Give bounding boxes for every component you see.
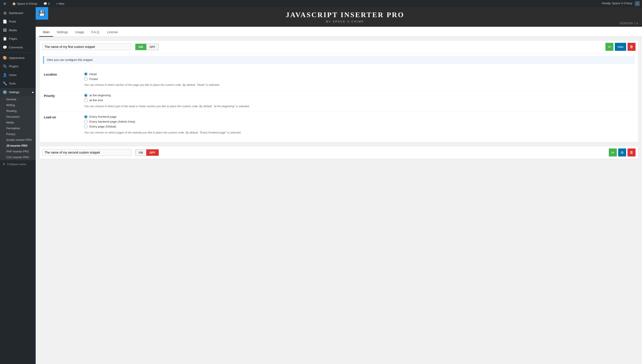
load-on-global-option[interactable]: Every page (Global)	[84, 125, 634, 128]
sidebar-item-tools[interactable]: 🔧 Tools	[0, 79, 36, 88]
location-head-radio[interactable]	[84, 72, 88, 76]
snippet-2-name-input[interactable]	[42, 149, 131, 156]
howdy-text: Howdy, Space X-Chimp	[602, 2, 632, 5]
admin-bar: ⊞ 🏠 Space X-Chimp 💬 0 + New Howdy, Space…	[0, 0, 642, 7]
comments-link[interactable]: 💬 0	[42, 0, 51, 7]
wp-logo-link[interactable]: ⊞	[2, 0, 7, 7]
new-label: + New	[56, 2, 64, 5]
sidebar-sub-scripts-inserter-pro[interactable]: Scripts Inserter PRO	[0, 137, 36, 143]
sidebar-sub-privacy[interactable]: Privacy	[0, 131, 36, 137]
sidebar-item-plugins[interactable]: 🔌 Plugins	[0, 62, 36, 71]
snippet-1-name-input[interactable]	[42, 44, 131, 50]
tab-settings[interactable]: Settings	[53, 28, 72, 37]
main-content: ON OFF ✏ Hide 🗑	[36, 37, 642, 166]
sidebar-item-dashboard[interactable]: ⊞ Dashboard	[0, 9, 36, 18]
snippet-1-toggle: ON OFF	[135, 44, 159, 50]
settings-icon: ⚙️	[3, 90, 7, 95]
snippet-2-header: ON OFF ✏ ⚙ 🗑	[40, 146, 638, 159]
tab-main[interactable]: Main	[39, 28, 53, 37]
snippet-1-delete-button[interactable]: 🗑	[628, 43, 636, 51]
location-label: Location	[44, 72, 80, 87]
priority-beginning-option[interactable]: at the beginning	[84, 94, 634, 97]
sidebar-item-label: Users	[9, 73, 16, 77]
sidebar-item-media[interactable]: 🖼 Media	[0, 26, 36, 34]
location-head-option[interactable]: Head	[84, 72, 634, 76]
new-content-link[interactable]: + New	[54, 0, 66, 7]
tab-faq[interactable]: F.A.Q.	[88, 28, 104, 37]
sidebar-sub-js-inserter-pro[interactable]: JS Inserter PRO	[0, 143, 36, 149]
location-footer-radio[interactable]	[84, 77, 88, 81]
snippet-1-actions: ✏ Hide 🗑	[606, 43, 636, 51]
posts-icon: 📄	[3, 19, 7, 24]
sidebar-sub-discussion[interactable]: Discussion	[0, 114, 36, 120]
snippet-2-edit-button[interactable]: ✏	[609, 148, 617, 156]
location-footer-option[interactable]: Footer	[84, 77, 634, 81]
load-on-content: Every frontend page Every backend page (…	[84, 115, 634, 135]
priority-content: at the beginning at the end You can choo…	[84, 94, 634, 108]
save-icon: 💾	[38, 10, 45, 16]
priority-description: You can choose in which part of the head…	[84, 104, 634, 108]
snippet-card-1: ON OFF ✏ Hide 🗑	[39, 40, 638, 142]
edit-icon: ✏	[608, 45, 611, 49]
snippet-2-toggle: ON OFF	[135, 149, 159, 156]
snippet-1-edit-button[interactable]: ✏	[606, 43, 614, 51]
tab-usage[interactable]: Usage	[72, 28, 88, 37]
sidebar-item-label: Plugins	[9, 64, 18, 68]
sidebar-sub-reading[interactable]: Reading	[0, 108, 36, 114]
sidebar: ⊞ Dashboard 📄 Posts 🖼 Media 📋 Pages 💬 Co…	[0, 7, 36, 364]
tools-icon: 🔧	[3, 81, 7, 86]
load-on-backend-radio[interactable]	[84, 120, 88, 124]
priority-end-option[interactable]: at the end	[84, 98, 634, 102]
pages-icon: 📋	[3, 36, 7, 41]
sidebar-sub-css-inserter-pro[interactable]: CSS Inserter PRO	[0, 154, 36, 160]
snippet-2-toggle-on[interactable]: ON	[135, 149, 146, 156]
load-on-frontend-option[interactable]: Every frontend page	[84, 115, 634, 118]
location-footer-label: Footer	[90, 77, 98, 81]
load-on-frontend-radio[interactable]	[84, 115, 88, 118]
wp-logo-icon: ⊞	[4, 2, 6, 5]
snippet-2-settings-button[interactable]: ⚙	[618, 148, 626, 156]
plugin-header-text: JAVASCRIPT INSERTER PRO BY SPACE X-CHIMP	[48, 7, 642, 27]
snippet-1-info: Here you can configure this snippet.	[43, 56, 635, 64]
priority-field-row: Priority at the beginning at the end You…	[44, 90, 634, 112]
priority-end-radio[interactable]	[84, 98, 88, 102]
sidebar-item-settings[interactable]: ⚙️ Settings ◀	[0, 88, 36, 96]
media-icon: 🖼	[3, 28, 7, 33]
plugin-version: VERSION 1.0	[620, 22, 638, 25]
sidebar-sub-media[interactable]: Media	[0, 120, 36, 126]
site-name-link[interactable]: 🏠 Space X-Chimp	[11, 0, 38, 7]
sidebar-sub-php-inserter-pro[interactable]: PHP Inserter PRO	[0, 149, 36, 154]
load-on-backend-option[interactable]: Every backend page (Admin Area)	[84, 120, 634, 124]
sidebar-item-label: Pages	[9, 37, 17, 41]
snippet-1-hide-button[interactable]: Hide	[615, 43, 626, 51]
sidebar-item-comments[interactable]: 💬 Comments	[0, 43, 36, 52]
sidebar-sub-writing[interactable]: Writing	[0, 102, 36, 108]
tab-license[interactable]: License	[104, 28, 121, 37]
sidebar-sub-permalinks[interactable]: Permalinks	[0, 126, 36, 131]
plugin-header: 💾 JAVASCRIPT INSERTER PRO BY SPACE X-CHI…	[36, 7, 642, 27]
snippet-2-actions: ✏ ⚙ 🗑	[609, 148, 636, 156]
sidebar-item-label: Dashboard	[9, 11, 23, 15]
snippet-2-delete-button[interactable]: 🗑	[628, 148, 636, 156]
load-on-description: You can choose on which pages of the web…	[84, 130, 634, 135]
sidebar-item-users[interactable]: 👤 Users	[0, 71, 36, 79]
priority-beginning-radio[interactable]	[84, 94, 88, 97]
sidebar-sub-general[interactable]: General	[0, 96, 36, 102]
sidebar-item-label: Comments	[9, 46, 23, 50]
snippet-2-toggle-off[interactable]: OFF	[146, 149, 159, 156]
save-button[interactable]: 💾	[36, 7, 48, 20]
location-head-label: Head	[90, 72, 96, 76]
location-content: Head Footer You can choose in which sect…	[84, 72, 634, 87]
snippet-1-toggle-on[interactable]: ON	[135, 44, 146, 50]
sidebar-item-appearance[interactable]: 🎨 Appearance	[0, 54, 36, 62]
load-on-global-radio[interactable]	[84, 125, 88, 128]
sidebar-item-posts[interactable]: 📄 Posts	[0, 18, 36, 26]
settings-submenu: General Writing Reading Discussion Media…	[0, 96, 36, 160]
location-field-row: Location Head Footer You can choose in w…	[44, 69, 634, 90]
sidebar-item-pages[interactable]: 📋 Pages	[0, 34, 36, 43]
avatar: 👤	[635, 1, 640, 6]
collapse-label: Collapse menu	[7, 162, 26, 166]
collapse-menu-button[interactable]: ⬆ Collapse menu	[0, 160, 36, 168]
load-on-label: Load on	[44, 115, 80, 135]
snippet-1-toggle-off[interactable]: OFF	[146, 44, 159, 50]
